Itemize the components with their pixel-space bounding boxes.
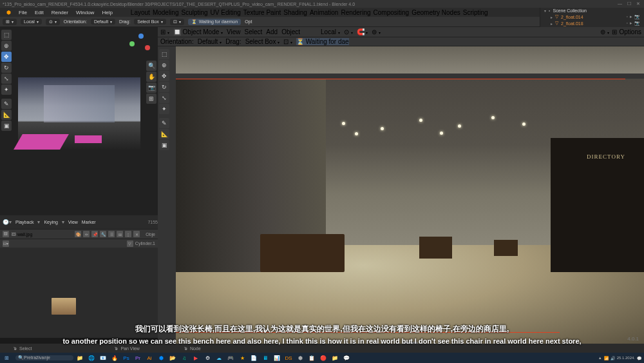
move-tool-icon[interactable]: ✥ — [1, 52, 12, 62]
scale-tool-icon[interactable]: ⤡ — [159, 93, 169, 103]
rotate-tool-icon[interactable]: ↻ — [1, 63, 12, 73]
timeline-editor-icon[interactable]: 🕐▾ — [3, 219, 12, 225]
select-menu[interactable]: Select — [245, 28, 263, 35]
tab-animation[interactable]: Animation — [310, 9, 338, 16]
3d-viewport-main[interactable]: ⬚ ⊕ ✥ ↻ ⤡ ✦ ✎ 📐 ▣ — [158, 46, 644, 347]
gizmo-z-icon[interactable] — [138, 34, 144, 39]
asset-tool-icon[interactable]: ✏ — [83, 231, 90, 237]
cursor-tool-icon[interactable]: ⊕ — [1, 41, 12, 51]
add-menu[interactable]: Add — [266, 28, 278, 35]
annotate-tool-icon[interactable]: ✎ — [1, 99, 12, 109]
editor-type-icon[interactable]: ⊞ ▾ — [160, 28, 169, 35]
cylinder-label[interactable]: Cylinder.1 — [135, 241, 155, 246]
measure-tool-icon[interactable]: 📐 — [159, 129, 169, 139]
rotate-tool-icon[interactable]: ↻ — [159, 82, 169, 92]
editor-type-icon[interactable]: ⊞ ▾ — [3, 19, 17, 25]
tab-rendering[interactable]: Rendering — [341, 9, 370, 16]
move-tool-icon[interactable]: ✥ — [159, 71, 169, 81]
eye-icon[interactable]: ◦ — [627, 14, 628, 19]
view-menu[interactable]: View — [227, 28, 241, 35]
notification-icon[interactable]: 💬 — [637, 356, 641, 360]
taskbar-app-icon[interactable]: ⬢ — [156, 353, 166, 362]
taskbar-search[interactable]: 🔍Pretraživanje — [15, 355, 73, 360]
gizmo-x-icon[interactable] — [145, 45, 150, 50]
outliner-object-row[interactable]: ▸ ▽ 2_float.014 ◦▸📷 — [540, 14, 644, 20]
tray-icon[interactable]: ▲ — [598, 356, 602, 360]
tab-uvediting[interactable]: UV Editing — [211, 9, 241, 16]
orientation-dropdown[interactable]: Local ▾ — [21, 19, 42, 25]
asset-tool-icon[interactable]: ☰ — [108, 231, 115, 237]
asset-tool-icon[interactable]: ⋮ — [125, 231, 131, 237]
window-close-icon[interactable]: ✕ — [636, 1, 640, 6]
timeline-playback[interactable]: Playback — [15, 220, 33, 224]
taskbar-app-icon[interactable]: 📋 — [307, 353, 317, 362]
asset-tool-icon[interactable]: 🎨 — [75, 231, 81, 237]
timeline-view[interactable]: View — [68, 220, 78, 224]
image-editor-icon[interactable]: 🖼 — [3, 231, 9, 237]
mode-dropdown[interactable]: 🔲 Object Mode ▾ — [173, 28, 223, 35]
asset-tool-icon[interactable]: ✕ — [133, 231, 140, 237]
taskbar-app-icon[interactable]: ▶ — [191, 353, 201, 362]
snap-icon[interactable]: ⊡ ▾ — [283, 38, 292, 45]
window-minimize-icon[interactable]: — — [618, 1, 622, 6]
snap-icon[interactable]: ⊡ ▾ — [170, 19, 184, 25]
pivot-icon[interactable]: ⊙ ▾ — [46, 19, 60, 25]
tree-expand-icon[interactable]: ▾ — [544, 8, 546, 13]
menu-edit[interactable]: Edit — [32, 10, 46, 15]
start-button-icon[interactable]: ⊞ — [1, 353, 12, 362]
taskbar-app-icon[interactable]: 🔥 — [109, 353, 120, 362]
timeline-marker[interactable]: Marker — [82, 220, 96, 224]
perspective-icon[interactable]: ⊞ — [146, 93, 156, 104]
tab-sculpting[interactable]: Sculpting — [181, 9, 207, 16]
options-dropdown[interactable]: Options — [620, 28, 641, 35]
taskbar-app-icon[interactable]: ⬢ — [295, 353, 305, 362]
tree-expand-icon[interactable]: ▸ — [551, 15, 553, 19]
asset-tool-icon[interactable]: 🔧 — [100, 231, 106, 237]
zoom-icon[interactable]: 🔍 — [146, 61, 156, 71]
opt-label[interactable]: Opt — [245, 19, 252, 24]
taskbar-app-icon[interactable]: 💬 — [341, 353, 352, 362]
drag-selectbox[interactable]: Select Box ▾ — [245, 38, 280, 45]
taskbar-app-icon[interactable]: DS — [283, 353, 294, 362]
tab-modeling[interactable]: Modeling — [153, 9, 179, 16]
dropdown-icon[interactable]: ⊟▾ — [3, 240, 9, 247]
asset-tool-icon[interactable]: ⊞ — [117, 231, 123, 237]
taskbar-app-icon[interactable]: Ps — [121, 353, 131, 362]
taskbar-app-icon[interactable]: 🌐 — [86, 353, 97, 362]
menu-file[interactable]: File — [16, 10, 30, 15]
addcube-tool-icon[interactable]: ▣ — [159, 140, 169, 150]
taskbar-app-icon[interactable]: 🎮 — [225, 353, 236, 362]
overlay-icon[interactable]: ⊚ ▾ — [600, 28, 609, 35]
orientation-default[interactable]: Default ▾ — [91, 19, 115, 25]
taskbar-app-icon[interactable]: 📧 — [98, 353, 108, 362]
measure-tool-icon[interactable]: 📐 — [1, 110, 12, 120]
scale-tool-icon[interactable]: ⤡ — [1, 74, 12, 84]
timeline-keying[interactable]: Keying — [44, 220, 57, 224]
menu-window[interactable]: Window — [73, 10, 97, 15]
annotate-tool-icon[interactable]: ✎ — [159, 118, 169, 128]
menu-render[interactable]: Render — [49, 10, 71, 15]
tab-shading[interactable]: Shading — [283, 9, 307, 16]
tray-icon[interactable]: 🔊 — [611, 356, 615, 360]
taskbar-app-icon[interactable]: 📂 — [167, 353, 178, 362]
tab-scripting[interactable]: Scripting — [463, 9, 488, 16]
camera-view-icon[interactable]: 📷 — [146, 83, 156, 93]
blender-logo-icon[interactable]: ⬢ — [4, 10, 14, 15]
asset-tool-icon[interactable]: 📌 — [91, 231, 98, 237]
snap-icon[interactable]: 🧲 ▾ — [357, 28, 368, 35]
tree-expand-icon[interactable]: ▸ — [551, 21, 553, 26]
select-tool-icon[interactable]: ⬚ — [159, 49, 169, 59]
frame-display[interactable]: 7155 — [147, 220, 158, 224]
transform-tool-icon[interactable]: ✦ — [159, 104, 169, 114]
asset-file-dropdown[interactable]: 🖼 wall.jpg — [12, 232, 32, 237]
outliner-scene-row[interactable]: ▾ ▫ Scene Collection — [540, 8, 644, 14]
taskbar-app-icon[interactable]: 🖥 — [260, 353, 270, 362]
taskbar-app-icon[interactable]: ⚙ — [202, 353, 213, 362]
taskbar-date[interactable]: 25.1.2024. — [617, 356, 635, 360]
taskbar-app-icon[interactable]: Ai — [144, 353, 155, 362]
cursor-tool-icon[interactable]: ⊕ — [159, 60, 169, 70]
taskbar-app-icon[interactable]: Pr — [133, 353, 143, 362]
select-tool-icon[interactable]: ⬚ — [1, 30, 12, 40]
asset-thumbnail[interactable] — [52, 298, 76, 315]
taskbar-app-icon[interactable]: 📊 — [272, 353, 282, 362]
